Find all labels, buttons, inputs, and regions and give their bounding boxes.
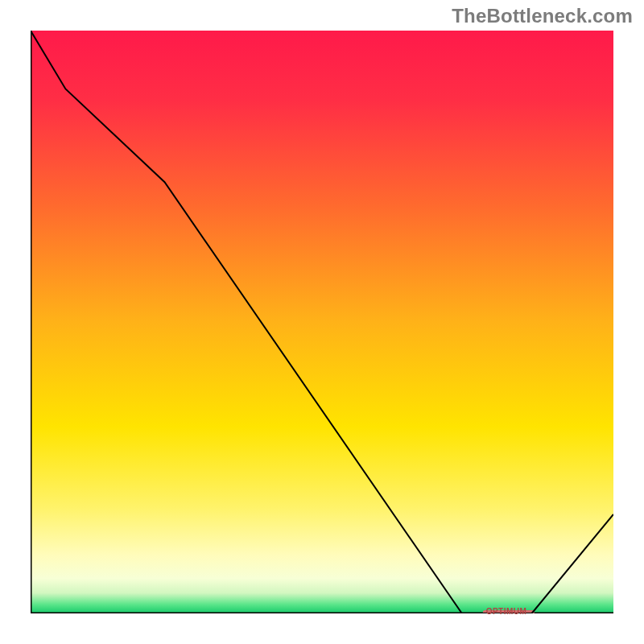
chart-container: TheBottleneck.com OPTIMUM — [0, 0, 644, 644]
plot-area: OPTIMUM — [31, 31, 613, 613]
gradient-background — [31, 31, 613, 613]
chart-svg — [31, 31, 613, 613]
attribution-text: TheBottleneck.com — [452, 5, 633, 27]
optimum-label: OPTIMUM — [486, 607, 527, 616]
